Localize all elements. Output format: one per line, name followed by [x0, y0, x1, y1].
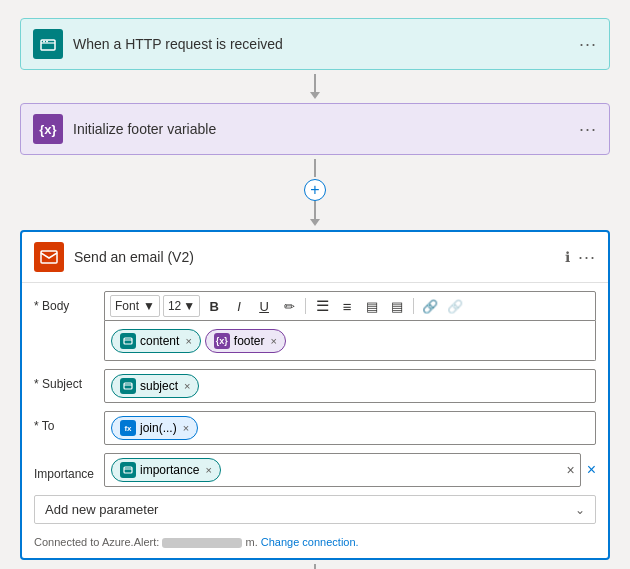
http-icon	[33, 29, 63, 59]
ordered-list-button[interactable]: ≡	[336, 295, 358, 317]
italic-button[interactable]: I	[228, 295, 250, 317]
importance-token[interactable]: importance ×	[111, 458, 221, 482]
unlink-button[interactable]: 🔗	[444, 295, 466, 317]
size-dropdown-arrow: ▼	[183, 299, 195, 313]
footer-token-close[interactable]: ×	[271, 335, 277, 347]
variable-icon: {x}	[33, 114, 63, 144]
footer-token-label: footer	[234, 334, 265, 348]
importance-clear-button[interactable]: ×	[566, 462, 574, 478]
body-toolbar: Font ▼ 12 ▼ B I U ✏ ☰ ≡ ▤ ▤	[104, 291, 596, 321]
importance-token-label: importance	[140, 463, 199, 477]
svg-point-1	[43, 41, 45, 43]
svg-rect-3	[41, 251, 57, 263]
subject-token-icon	[120, 378, 136, 394]
connector-3: +	[304, 564, 326, 569]
connector-arrow-2	[310, 219, 320, 226]
link-button[interactable]: 🔗	[419, 295, 441, 317]
body-content-area[interactable]: content × {x} footer ×	[104, 321, 596, 361]
font-dropdown-arrow: ▼	[143, 299, 155, 313]
font-label: Font	[115, 299, 139, 313]
to-token-icon: fx	[120, 420, 136, 436]
to-label: * To	[34, 411, 104, 433]
email-node-title: Send an email (V2)	[74, 249, 565, 265]
variable-node-menu[interactable]: ···	[579, 119, 597, 140]
body-row: * Body Font ▼ 12 ▼ B I U ✏ ☰	[34, 291, 596, 361]
connector-line-1	[314, 74, 316, 92]
connector-1	[310, 74, 320, 99]
toolbar-divider-1	[305, 298, 306, 314]
info-icon[interactable]: ℹ	[565, 249, 570, 265]
connector-2: +	[304, 159, 326, 226]
email-card-header: Send an email (V2) ℹ ···	[22, 232, 608, 283]
email-card-body: * Body Font ▼ 12 ▼ B I U ✏ ☰	[22, 283, 608, 558]
add-step-button-1[interactable]: +	[304, 179, 326, 201]
footer-token-icon: {x}	[214, 333, 230, 349]
edit-button[interactable]: ✏	[278, 295, 300, 317]
change-connection-link[interactable]: Change connection.	[261, 536, 359, 548]
unordered-list-button[interactable]: ☰	[311, 295, 333, 317]
toolbar-divider-2	[413, 298, 414, 314]
connection-prefix: Connected to Azure.Alert:	[34, 536, 159, 548]
align-left-button[interactable]: ▤	[361, 295, 383, 317]
connector-arrow-1	[310, 92, 320, 99]
variable-node: {x} Initialize footer variable ···	[20, 103, 610, 155]
http-node-menu[interactable]: ···	[579, 34, 597, 55]
body-label: * Body	[34, 291, 104, 313]
importance-field[interactable]: importance ×	[104, 453, 581, 487]
subject-row: * Subject subject ×	[34, 369, 596, 403]
importance-label: Importance	[34, 459, 104, 481]
connector-line-2b	[314, 201, 316, 219]
http-node: When a HTTP request is received ···	[20, 18, 610, 70]
align-right-button[interactable]: ▤	[386, 295, 408, 317]
importance-remove-button[interactable]: ×	[587, 461, 596, 479]
size-label: 12	[168, 299, 181, 313]
subject-token-label: subject	[140, 379, 178, 393]
svg-rect-4	[124, 338, 132, 344]
email-node-icon	[34, 242, 64, 272]
add-param-row: Add new parameter ⌄	[34, 495, 596, 524]
to-field[interactable]: fx join(...) ×	[104, 411, 596, 445]
to-token-label: join(...)	[140, 421, 177, 435]
connection-blurred-text	[162, 538, 242, 548]
connection-info: Connected to Azure.Alert: m. Change conn…	[34, 532, 596, 550]
content-token-label: content	[140, 334, 179, 348]
importance-row: Importance importance × × ×	[34, 453, 596, 487]
body-token-footer[interactable]: {x} footer ×	[205, 329, 286, 353]
content-token-close[interactable]: ×	[185, 335, 191, 347]
to-token[interactable]: fx join(...) ×	[111, 416, 198, 440]
size-selector[interactable]: 12 ▼	[163, 295, 200, 317]
subject-field[interactable]: subject ×	[104, 369, 596, 403]
add-new-parameter-button[interactable]: Add new parameter ⌄	[34, 495, 596, 524]
add-param-label: Add new parameter	[45, 502, 158, 517]
subject-token[interactable]: subject ×	[111, 374, 199, 398]
svg-point-2	[46, 41, 48, 43]
chevron-down-icon: ⌄	[575, 503, 585, 517]
subject-label: * Subject	[34, 369, 104, 391]
svg-rect-5	[124, 383, 132, 389]
body-token-content[interactable]: content ×	[111, 329, 201, 353]
importance-field-wrap: importance × ×	[104, 453, 581, 487]
connector-line-2	[314, 159, 316, 177]
content-token-icon	[120, 333, 136, 349]
to-token-close[interactable]: ×	[183, 422, 189, 434]
variable-node-title: Initialize footer variable	[73, 121, 579, 137]
svg-rect-6	[124, 467, 132, 473]
bold-button[interactable]: B	[203, 295, 225, 317]
connection-suffix: m.	[245, 536, 257, 548]
to-row: * To fx join(...) ×	[34, 411, 596, 445]
importance-token-icon	[120, 462, 136, 478]
email-node-menu[interactable]: ···	[578, 247, 596, 268]
connector-line-3	[314, 564, 316, 569]
underline-button[interactable]: U	[253, 295, 275, 317]
font-selector[interactable]: Font ▼	[110, 295, 160, 317]
importance-token-close[interactable]: ×	[205, 464, 211, 476]
email-card: Send an email (V2) ℹ ··· * Body Font ▼ 1…	[20, 230, 610, 560]
subject-token-close[interactable]: ×	[184, 380, 190, 392]
http-node-title: When a HTTP request is received	[73, 36, 579, 52]
